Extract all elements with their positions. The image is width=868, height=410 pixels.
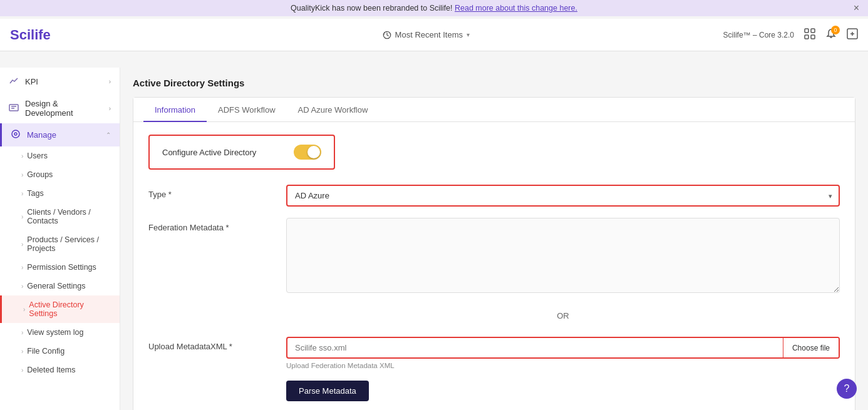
top-banner: QualityKick has now been rebranded to Sc…: [0, 0, 868, 16]
tab-adfs-workflow[interactable]: ADFS Workflow: [207, 98, 287, 122]
version-label: Scilife™ – Core 3.2.0: [723, 31, 794, 39]
federation-metadata-row: Federation Metadata *: [148, 218, 840, 295]
svg-rect-2: [811, 29, 815, 33]
users-chevron-icon: ›: [21, 153, 23, 160]
grid-icon-button[interactable]: [804, 28, 815, 41]
parse-metadata-row: Parse Metadata: [148, 381, 840, 401]
svg-rect-4: [811, 35, 815, 39]
svg-rect-3: [805, 35, 809, 39]
sidebar-item-design-dev[interactable]: Design & Development ›: [0, 93, 120, 123]
clients-chevron-icon: ›: [21, 213, 23, 220]
deleted-items-chevron-icon: ›: [21, 367, 23, 374]
tabs: Information ADFS Workflow AD Azure Workf…: [133, 98, 855, 122]
tags-chevron-icon: ›: [21, 190, 23, 197]
sidebar-item-active-directory[interactable]: › Active Directory Settings: [0, 295, 120, 323]
banner-close-button[interactable]: ×: [854, 3, 859, 14]
svg-point-11: [12, 130, 19, 138]
or-divider-row: OR: [148, 306, 840, 331]
content-card: Information ADFS Workflow AD Azure Workf…: [133, 97, 855, 410]
tab-ad-azure-workflow[interactable]: AD Azure Workflow: [287, 98, 380, 122]
logo: Scilife: [10, 27, 129, 43]
parse-metadata-button[interactable]: Parse Metadata: [286, 381, 369, 401]
manage-icon: [11, 129, 21, 141]
banner-text: QualityKick has now been rebranded to Sc…: [291, 4, 455, 13]
tab-information[interactable]: Information: [143, 98, 207, 122]
sidebar-item-permission-settings[interactable]: › Permission Settings: [0, 258, 120, 277]
upload-file-input[interactable]: [287, 338, 783, 357]
help-button[interactable]: ?: [837, 379, 857, 399]
sidebar-item-manage-label: Manage: [27, 130, 56, 140]
sidebar-item-products[interactable]: › Products / Services / Projects: [0, 230, 120, 258]
sidebar-item-deleted-items-label: Deleted Items: [27, 366, 75, 374]
kpi-chevron-icon: ›: [109, 78, 111, 85]
sidebar-item-view-system-log-label: View system log: [27, 328, 83, 337]
svg-point-12: [14, 133, 17, 135]
sidebar-item-tags-label: Tags: [27, 189, 43, 198]
sidebar-item-groups[interactable]: › Groups: [0, 165, 120, 184]
federation-metadata-label: Federation Metadata *: [148, 218, 274, 232]
chevron-down-icon: ▾: [467, 31, 470, 38]
sidebar-item-deleted-items[interactable]: › Deleted Items: [0, 361, 120, 379]
sidebar-item-groups-label: Groups: [27, 170, 53, 179]
sidebar-item-permission-label: Permission Settings: [27, 263, 96, 272]
recent-items-label: Most Recent Items: [395, 30, 463, 39]
sidebar-item-users[interactable]: › Users: [0, 146, 120, 165]
groups-chevron-icon: ›: [21, 172, 23, 178]
sidebar-item-clients-label: Clients / Vendors / Contacts: [27, 208, 111, 225]
sidebar-item-clients[interactable]: › Clients / Vendors / Contacts: [0, 203, 120, 230]
sidebar-item-tags[interactable]: › Tags: [0, 184, 120, 203]
federation-metadata-textarea[interactable]: [286, 218, 840, 293]
general-chevron-icon: ›: [21, 283, 23, 290]
notification-bell-button[interactable]: 0: [825, 28, 837, 41]
view-system-log-chevron-icon: ›: [21, 329, 23, 336]
file-config-chevron-icon: ›: [21, 348, 23, 355]
sidebar-item-general-label: General Settings: [27, 282, 85, 290]
type-field: AD Azure ADFS ▾: [286, 185, 840, 207]
upload-metadata-field: Choose file Upload Federation Metadata X…: [286, 337, 840, 369]
grid-icon: [804, 28, 815, 39]
configure-toggle[interactable]: [294, 145, 321, 160]
svg-rect-8: [9, 105, 18, 111]
sidebar-item-manage[interactable]: Manage ⌃: [0, 123, 120, 146]
type-row: Type * AD Azure ADFS ▾: [148, 185, 840, 207]
page-title: Active Directory Settings: [133, 78, 855, 88]
design-chevron-icon: ›: [109, 105, 111, 112]
upload-metadata-row: Upload MetadataXML * Choose file Upload …: [148, 337, 840, 369]
sidebar-item-products-label: Products / Services / Projects: [27, 235, 111, 253]
permission-chevron-icon: ›: [21, 264, 23, 271]
configure-active-directory-row: Configure Active Directory: [148, 135, 335, 170]
active-directory-chevron-icon: ›: [23, 306, 25, 313]
user-icon: [847, 28, 858, 39]
history-icon: [383, 31, 391, 39]
type-select-wrapper: AD Azure ADFS ▾: [286, 185, 840, 207]
sidebar-item-general-settings[interactable]: › General Settings: [0, 277, 120, 295]
choose-file-button[interactable]: Choose file: [783, 338, 839, 357]
recent-items-button[interactable]: Most Recent Items ▾: [129, 30, 723, 39]
type-label: Type *: [148, 185, 274, 199]
sidebar-item-kpi[interactable]: KPI ›: [0, 70, 120, 93]
type-select[interactable]: AD Azure ADFS: [287, 186, 839, 205]
federation-metadata-field: [286, 218, 840, 295]
configure-label: Configure Active Directory: [162, 148, 256, 157]
upload-metadata-label: Upload MetadataXML *: [148, 337, 274, 351]
header: Scilife Most Recent Items ▾ Scilife™ – C…: [0, 19, 868, 51]
sidebar-item-view-system-log[interactable]: › View system log: [0, 323, 120, 342]
upload-input-wrapper: Choose file: [286, 337, 840, 359]
upload-hint: Upload Federation Metadata XML: [286, 362, 840, 369]
sidebar-item-design-label: Design & Development: [25, 99, 103, 118]
sidebar-item-file-config[interactable]: › File Config: [0, 342, 120, 361]
design-icon: [9, 103, 19, 115]
user-profile-button[interactable]: [847, 28, 858, 41]
kpi-icon: [9, 76, 19, 88]
header-right: Scilife™ – Core 3.2.0 0: [723, 28, 858, 41]
banner-link[interactable]: Read more about this change here.: [455, 4, 577, 13]
configure-toggle-switch[interactable]: [294, 145, 321, 160]
form-section: Configure Active Directory Type * AD Azu…: [133, 122, 855, 410]
sidebar-item-kpi-label: KPI: [25, 77, 38, 86]
notification-badge: 0: [831, 26, 840, 34]
main-content: Active Directory Settings Information AD…: [120, 68, 868, 410]
manage-chevron-icon: ⌃: [106, 131, 111, 138]
products-chevron-icon: ›: [21, 241, 23, 248]
sidebar-item-users-label: Users: [27, 151, 48, 160]
sidebar: KPI › Design & Development › Manage: [0, 68, 120, 410]
